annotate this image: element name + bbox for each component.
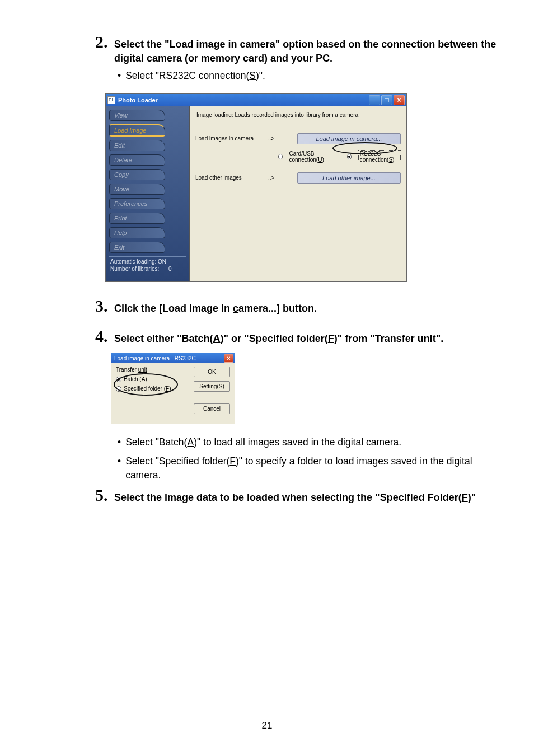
radio-rs232c[interactable] <box>347 154 352 159</box>
status-box: Automatic loading: ON Number of librarie… <box>109 256 186 273</box>
step-number: 5. <box>95 486 113 504</box>
photo-loader-window: PL Photo Loader _ □ × View Load image Ed… <box>105 93 407 282</box>
radio-batch[interactable] <box>116 377 121 382</box>
maximize-button[interactable]: □ <box>381 95 392 105</box>
sidebar-item-edit[interactable]: Edit <box>109 140 165 151</box>
sidebar-item-copy[interactable]: Copy <box>109 169 165 180</box>
arrow-icon: ..> <box>268 175 278 181</box>
radio-rs232c-label: RS232C connection(S) <box>358 150 401 163</box>
radio-card-usb-label: Card/USB connection(U) <box>289 151 332 163</box>
radio-specified-folder-label: Specified folder (F) <box>124 386 171 392</box>
step-number: 2. <box>95 32 113 50</box>
radio-card-usb[interactable] <box>278 154 283 159</box>
ok-button[interactable]: OK <box>194 367 230 377</box>
step-4-bullet-2: Select "Specified folder(F)" to specify … <box>125 454 498 483</box>
app-icon: PL <box>107 96 115 104</box>
dialog-close-button[interactable]: × <box>224 354 233 363</box>
sidebar-item-move[interactable]: Move <box>109 184 165 195</box>
sidebar-item-delete[interactable]: Delete <box>109 154 165 166</box>
load-other-image-button[interactable]: Load other image... <box>297 172 401 184</box>
step-4-bullet-1: Select "Batch(A)" to load all images sav… <box>125 435 401 449</box>
dialog-title: Load image in camera - RS232C <box>114 355 224 361</box>
step-2-text: Select the "Load image in camera" option… <box>114 32 498 65</box>
setting-button[interactable]: Setting(S) <box>194 381 230 392</box>
sidebar-item-load-image[interactable]: Load image <box>109 124 165 137</box>
step-number: 3. <box>95 297 113 314</box>
arrow-icon: ..> <box>268 135 278 142</box>
step-2-bullet: Select "RS232C connection(S)". <box>125 69 265 83</box>
load-image-in-camera-button[interactable]: Load image in camera... <box>297 133 401 144</box>
sidebar-item-preferences[interactable]: Preferences <box>109 198 165 209</box>
sidebar-item-print[interactable]: Print <box>109 213 165 224</box>
transfer-unit-label: Transfer unit <box>116 367 171 373</box>
step-5-text: Select the image data to be loaded when … <box>114 486 476 505</box>
bullet: • <box>118 454 121 483</box>
window-title: Photo Loader <box>118 97 369 104</box>
bullet: • <box>118 69 121 83</box>
minimize-button[interactable]: _ <box>369 95 380 105</box>
sidebar-item-view[interactable]: View <box>109 110 165 121</box>
close-button[interactable]: × <box>394 95 405 105</box>
sidebar-item-exit[interactable]: Exit <box>109 242 165 253</box>
radio-batch-label: Batch (A) <box>124 376 147 382</box>
sidebar-item-help[interactable]: Help <box>109 227 165 238</box>
step-4-text: Select either "Batch(A)" or "Specified f… <box>114 327 443 346</box>
step-number: 4. <box>95 327 113 345</box>
main-pane: Image loading: Loads recorded images int… <box>190 106 406 281</box>
sidebar: View Load image Edit Delete Copy Move Pr… <box>106 106 190 281</box>
titlebar: PL Photo Loader _ □ × <box>106 94 406 106</box>
pane-description: Image loading: Loads recorded images int… <box>195 110 401 125</box>
row-label-load-camera: Load images in camera <box>195 135 268 142</box>
transfer-unit-dialog: Load image in camera - RS232C × Transfer… <box>111 353 235 424</box>
row-label-load-other: Load other images <box>195 175 268 181</box>
radio-specified-folder[interactable] <box>116 386 121 392</box>
cancel-button[interactable]: Cancel <box>194 403 230 414</box>
page-number: 21 <box>0 720 534 731</box>
bullet: • <box>118 435 121 449</box>
step-3-text: Click the [Load image in camera...] butt… <box>114 297 317 316</box>
